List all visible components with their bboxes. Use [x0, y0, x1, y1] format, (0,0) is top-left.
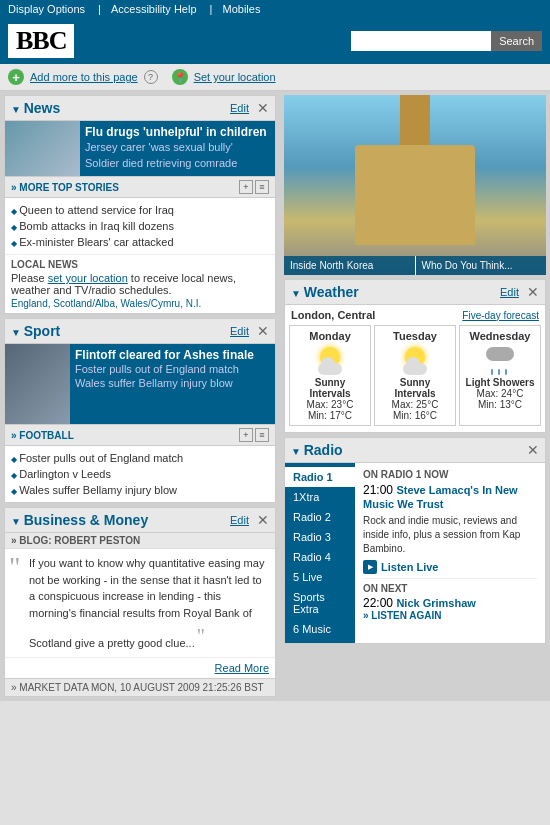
set-location-link[interactable]: set your location [48, 272, 128, 284]
sport-widget: Sport Edit ✕ Flintoff cleared for Ashes … [4, 318, 276, 503]
weather-min-wednesday: Min: 13°C [464, 399, 536, 410]
weather-max-tuesday: Max: 25°C [379, 399, 451, 410]
radio-station-radio2[interactable]: Radio 2 [285, 507, 355, 527]
weather-max-wednesday: Max: 24°C [464, 388, 536, 399]
business-widget: Business & Money Edit ✕ BLOG: ROBERT PES… [4, 507, 276, 697]
sport-list-item-3[interactable]: Wales suffer Bellamy injury blow [11, 482, 269, 498]
weather-day-wednesday: Wednesday Light Showers Max: 24°C Min: 1… [459, 325, 541, 426]
on-next-row: 22:00 Nick Grimshaw [363, 596, 537, 610]
right-column: Inside North Korea Who Do You Think... W… [280, 91, 550, 701]
weather-meta: London, Central Five-day forecast [285, 305, 545, 325]
sport-subhead-2[interactable]: Wales suffer Bellamy injury blow [75, 376, 269, 390]
more-stories-bar: MORE TOP STORIES + ≡ [5, 176, 275, 198]
weather-desc-monday: Sunny Intervals [294, 377, 366, 399]
weather-edit-button[interactable]: Edit [500, 286, 519, 298]
close-quote-icon: " [197, 625, 205, 647]
radio-show-time: 21:00 Steve Lamacq's In New Music We Tru… [363, 483, 537, 511]
add-button[interactable]: + [8, 69, 24, 85]
news-edit-button[interactable]: Edit [230, 102, 249, 114]
sport-list-item-2[interactable]: Darlington v Leeds [11, 466, 269, 482]
main-content: News Edit ✕ Flu drugs 'unhelpful' in chi… [0, 91, 550, 701]
market-data-bar: MARKET DATA MON, 10 AUGUST 2009 21:25:26… [5, 678, 275, 696]
business-close-button[interactable]: ✕ [257, 512, 269, 528]
sport-more-bar: FOOTBALL + ≡ [5, 424, 275, 446]
listen-live-row: Listen Live [363, 560, 537, 574]
cloud-shape-2 [403, 363, 427, 375]
sport-rss-icon[interactable]: ≡ [255, 428, 269, 442]
more-stories-label[interactable]: MORE TOP STORIES [11, 182, 119, 193]
day-name-monday: Monday [294, 330, 366, 342]
listen-again-link[interactable]: LISTEN AGAIN [363, 610, 537, 621]
news-subhead-2[interactable]: Soldier died retrieving comrade [85, 155, 269, 171]
weather-icon-tuesday [400, 345, 430, 375]
radio-station-radio1[interactable]: Radio 1 [285, 467, 355, 487]
next-show-link[interactable]: Nick Grimshaw [396, 597, 475, 609]
local-regions[interactable]: England, Scotland/Alba, Wales/Cymru, N.I… [11, 298, 269, 309]
read-more-section: Read More [5, 658, 275, 678]
news-subhead-1[interactable]: Jersey carer 'was sexual bully' [85, 139, 269, 155]
news-add-icon[interactable]: + [239, 180, 253, 194]
radio-station-radio3[interactable]: Radio 3 [285, 527, 355, 547]
sport-list: Foster pulls out of England match Darlin… [5, 446, 275, 502]
sport-hero: Flintoff cleared for Ashes finale Foster… [5, 344, 275, 424]
search-button[interactable]: Search [491, 31, 542, 51]
sport-more-label[interactable]: FOOTBALL [11, 430, 74, 441]
sport-edit-button[interactable]: Edit [230, 325, 249, 337]
sport-list-item-1[interactable]: Foster pulls out of England match [11, 450, 269, 466]
caption-who-do-you-think[interactable]: Who Do You Think... [416, 256, 547, 275]
add-more-label[interactable]: Add more to this page [30, 71, 138, 83]
mobiles-link[interactable]: Mobiles [222, 3, 260, 15]
weather-min-monday: Min: 17°C [294, 410, 366, 421]
open-quote-icon: " [9, 553, 20, 581]
radio-station-5live[interactable]: 5 Live [285, 567, 355, 587]
weather-day-monday: Monday Sunny Intervals Max: 23°C Min: 17… [289, 325, 371, 426]
bbc-logo: BBC [8, 24, 74, 58]
radio-station-1xtra[interactable]: 1Xtra [285, 487, 355, 507]
business-widget-header: Business & Money Edit ✕ [5, 508, 275, 533]
blog-quote-text: If you want to know why quantitative eas… [29, 557, 264, 649]
radio-station-radio4[interactable]: Radio 4 [285, 547, 355, 567]
toolbar: + Add more to this page ? 📍 Set your loc… [0, 64, 550, 91]
weather-close-button[interactable]: ✕ [527, 284, 539, 300]
caption-north-korea[interactable]: Inside North Korea [284, 256, 416, 275]
news-list-item-2[interactable]: Bomb attacks in Iraq kill dozens [11, 218, 269, 234]
news-close-button[interactable]: ✕ [257, 100, 269, 116]
radio-station-sports-extra[interactable]: Sports Extra [285, 587, 355, 619]
five-day-forecast-link[interactable]: Five-day forecast [462, 310, 539, 321]
sport-add-icon[interactable]: + [239, 428, 253, 442]
set-location-label[interactable]: Set your location [194, 71, 276, 83]
sport-subhead-1[interactable]: Foster pulls out of England match [75, 362, 269, 376]
header: BBC Search [0, 18, 550, 64]
rain-drop-1 [491, 369, 493, 375]
news-list-item-3[interactable]: Ex-minister Blears' car attacked [11, 234, 269, 250]
news-headline[interactable]: Flu drugs 'unhelpful' in children [85, 125, 269, 139]
weather-widget-header: Weather Edit ✕ [285, 280, 545, 305]
business-title: Business & Money [11, 512, 226, 528]
radio-close-button[interactable]: ✕ [527, 442, 539, 458]
radio-station-6music[interactable]: 6 Music [285, 619, 355, 639]
location-icon: 📍 [174, 72, 186, 83]
weather-days: Monday Sunny Intervals Max: 23°C Min: 17… [285, 325, 545, 432]
news-widget: News Edit ✕ Flu drugs 'unhelpful' in chi… [4, 95, 276, 314]
listen-live-link[interactable]: Listen Live [381, 561, 438, 573]
on-next-label: ON NEXT [363, 578, 537, 594]
sport-headline[interactable]: Flintoff cleared for Ashes finale [75, 348, 269, 362]
sport-close-button[interactable]: ✕ [257, 323, 269, 339]
day-name-wednesday: Wednesday [464, 330, 536, 342]
read-more-link[interactable]: Read More [215, 662, 269, 674]
search-input[interactable] [351, 31, 491, 51]
news-rss-icon[interactable]: ≡ [255, 180, 269, 194]
location-btn[interactable]: 📍 [172, 69, 188, 85]
help-icon[interactable]: ? [144, 70, 158, 84]
radio-title: Radio [291, 442, 519, 458]
news-list: Queen to attend service for Iraq Bomb at… [5, 198, 275, 254]
accessibility-link[interactable]: Accessibility Help [111, 3, 213, 15]
sport-icons: + ≡ [239, 428, 269, 442]
weather-desc-wednesday: Light Showers [464, 377, 536, 388]
display-options-link[interactable]: Display Options [8, 3, 101, 15]
weather-widget: Weather Edit ✕ London, Central Five-day … [284, 279, 546, 433]
news-list-item-1[interactable]: Queen to attend service for Iraq [11, 202, 269, 218]
business-edit-button[interactable]: Edit [230, 514, 249, 526]
sport-title: Sport [11, 323, 226, 339]
next-time: 22:00 [363, 596, 393, 610]
